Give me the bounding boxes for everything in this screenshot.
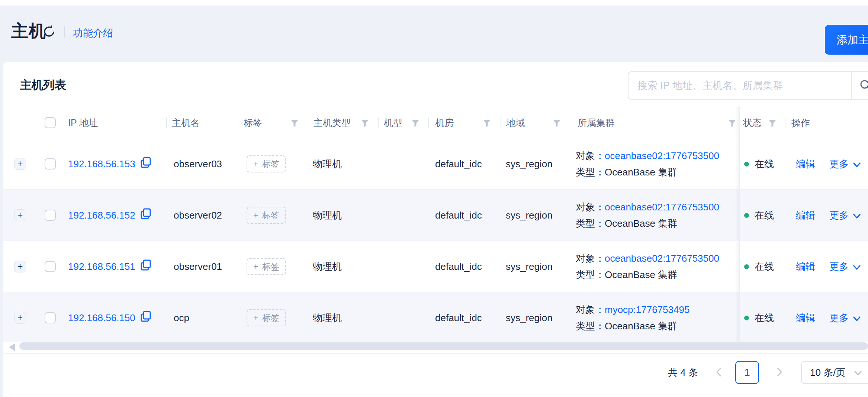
fixed-column-shadow <box>735 138 739 189</box>
pagination-bar: 共 4 条 1 10 条/页 <box>3 354 868 397</box>
column-header-actions: 操作 <box>791 107 810 138</box>
row-checkbox[interactable] <box>45 210 56 221</box>
ip-text[interactable]: 192.168.56.151 <box>68 261 135 272</box>
column-divider <box>166 117 167 128</box>
add-tag-button[interactable]: +标签 <box>247 258 286 275</box>
chevron-right-icon <box>775 367 784 377</box>
search-box <box>628 71 868 100</box>
region-filter-icon[interactable] <box>553 119 561 127</box>
row-checkbox[interactable] <box>45 158 56 170</box>
edit-link[interactable]: 编辑 <box>796 190 815 241</box>
host-type: 物理机 <box>313 241 342 292</box>
tag-filter-icon[interactable] <box>290 119 299 127</box>
column-header-region: 地域 <box>506 107 525 138</box>
cluster-link[interactable]: oceanbase02:1776753500 <box>605 201 719 213</box>
copy-icon[interactable] <box>141 190 151 242</box>
expand-row-button[interactable]: + <box>14 261 26 272</box>
add-tag-button[interactable]: +标签 <box>247 155 286 172</box>
prev-page-button[interactable] <box>711 362 726 383</box>
cluster-link[interactable]: oceanbase02:1776753500 <box>605 253 719 264</box>
table-row: + 192.168.56.150 ocp +标签 物理机 default_idc… <box>3 292 868 343</box>
copy-icon[interactable] <box>141 139 151 190</box>
fixed-column-divider <box>739 241 740 292</box>
fixed-column-shadow <box>735 292 739 343</box>
cluster-cell: 对象：oceanbase02:1776753500 类型：OceanBase 集… <box>576 138 739 190</box>
card-header: 主机列表 <box>3 62 868 107</box>
copy-icon[interactable] <box>141 242 151 293</box>
cluster-type: OceanBase 集群 <box>605 218 677 229</box>
row-checkbox[interactable] <box>45 312 56 323</box>
cluster-type-label: 类型： <box>576 218 605 229</box>
more-link[interactable]: 更多 <box>829 292 861 343</box>
feature-intro-link[interactable]: 功能介绍 <box>73 26 113 40</box>
search-input[interactable] <box>629 72 850 99</box>
fixed-column-shadow <box>735 190 739 241</box>
column-header-model: 机型 <box>384 107 402 138</box>
idc-filter-icon[interactable] <box>483 119 491 127</box>
edit-link[interactable]: 编辑 <box>796 241 815 292</box>
add-tag-button[interactable]: +标签 <box>247 207 286 224</box>
fixed-column-divider <box>739 190 740 241</box>
cluster-object-label: 对象： <box>576 150 605 161</box>
edit-link[interactable]: 编辑 <box>796 138 815 190</box>
cluster-object-label: 对象： <box>576 304 605 315</box>
more-link[interactable]: 更多 <box>829 138 861 190</box>
cluster-link[interactable]: myocp:1776753495 <box>605 304 689 315</box>
cluster-link[interactable]: oceanbase02:1776753500 <box>605 150 719 161</box>
tag-label: 标签 <box>262 210 279 220</box>
fixed-column-shadow <box>735 241 739 292</box>
ip-text[interactable]: 192.168.56.150 <box>68 312 135 323</box>
expand-row-button[interactable]: + <box>14 209 26 221</box>
add-tag-button[interactable]: +标签 <box>247 309 286 326</box>
search-button[interactable] <box>851 72 868 99</box>
idc: default_idc <box>435 190 482 241</box>
page-size-select[interactable]: 10 条/页 <box>801 361 868 384</box>
more-label[interactable]: 更多 <box>829 261 849 272</box>
cluster-object-label: 对象： <box>576 253 605 264</box>
ip-link[interactable]: 192.168.56.152 <box>68 190 151 241</box>
ip-link[interactable]: 192.168.56.153 <box>68 138 151 190</box>
expand-row-button[interactable]: + <box>14 312 26 324</box>
refresh-icon <box>42 24 57 39</box>
page-title: 主机 <box>11 20 46 43</box>
more-label[interactable]: 更多 <box>829 158 849 170</box>
chevron-down-icon <box>852 162 861 168</box>
column-divider <box>501 117 501 128</box>
model-filter-icon[interactable] <box>411 119 419 127</box>
column-divider <box>238 117 238 128</box>
refresh-button[interactable] <box>42 24 57 39</box>
host-type-filter-icon[interactable] <box>361 119 369 127</box>
scrollbar-thumb[interactable] <box>19 342 868 350</box>
edit-link[interactable]: 编辑 <box>796 292 815 343</box>
status-text: 在线 <box>755 241 774 292</box>
fixed-column-shadow <box>735 107 739 138</box>
more-label[interactable]: 更多 <box>829 210 849 221</box>
cluster-cell: 对象：oceanbase02:1776753500 类型：OceanBase 集… <box>576 241 739 292</box>
header-divider <box>64 26 65 38</box>
more-label[interactable]: 更多 <box>829 312 849 323</box>
status-filter-icon[interactable] <box>768 119 777 127</box>
online-status-dot <box>744 316 749 320</box>
more-link[interactable]: 更多 <box>829 190 861 241</box>
copy-icon[interactable] <box>141 293 151 344</box>
plus-icon: + <box>253 159 258 169</box>
total-count: 共 4 条 <box>668 366 698 379</box>
column-divider <box>307 117 307 128</box>
select-all-checkbox[interactable] <box>45 117 56 128</box>
online-status-dot <box>744 264 749 269</box>
ip-text[interactable]: 192.168.56.152 <box>68 210 135 221</box>
expand-row-button[interactable]: + <box>14 158 26 170</box>
ip-link[interactable]: 192.168.56.151 <box>68 241 151 292</box>
next-page-button[interactable] <box>772 362 787 383</box>
tag-label: 标签 <box>262 159 279 169</box>
page-number-button[interactable]: 1 <box>735 361 759 384</box>
plus-icon: + <box>253 261 258 271</box>
add-host-button[interactable]: 添加主机 <box>825 25 868 55</box>
row-checkbox[interactable] <box>45 261 56 272</box>
ip-text[interactable]: 192.168.56.153 <box>68 158 135 170</box>
scroll-left-arrow-icon[interactable] <box>9 343 15 351</box>
ip-link[interactable]: 192.168.56.150 <box>68 292 151 343</box>
host-management-page: 主机 功能介绍 添加主机 主机列表 <box>0 0 868 397</box>
cluster-cell: 对象：myocp:1776753495 类型：OceanBase 集群 <box>576 292 739 343</box>
more-link[interactable]: 更多 <box>829 241 861 292</box>
